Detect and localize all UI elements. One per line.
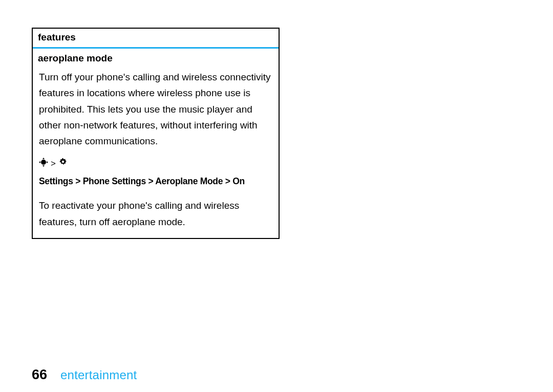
menu-path-text: Settings > Phone Settings > Aeroplane Mo… xyxy=(39,174,245,189)
settings-icon xyxy=(58,157,68,171)
feature-body: Turn off your phone's calling and wirele… xyxy=(33,67,279,238)
feature-subhead: aeroplane mode xyxy=(33,49,279,67)
section-title: entertainment xyxy=(60,368,137,382)
svg-marker-2 xyxy=(42,165,45,167)
svg-marker-1 xyxy=(42,158,45,159)
breadcrumb-separator: > xyxy=(51,157,56,171)
svg-marker-3 xyxy=(39,161,40,163)
menu-path: > Settings > Phone Settings > Aeroplane … xyxy=(39,157,272,189)
feature-table: features aeroplane mode Turn off your ph… xyxy=(32,28,280,239)
feature-paragraph-1: Turn off your phone's calling and wirele… xyxy=(39,69,272,149)
svg-marker-4 xyxy=(47,161,48,163)
nav-key-icon xyxy=(39,157,48,171)
feature-paragraph-2: To reactivate your phone's calling and w… xyxy=(39,198,272,230)
svg-point-0 xyxy=(41,160,46,165)
svg-point-5 xyxy=(62,160,65,163)
page-footer: 66 entertainment xyxy=(32,367,137,383)
feature-header: features xyxy=(33,29,279,49)
page-number: 66 xyxy=(32,367,47,383)
